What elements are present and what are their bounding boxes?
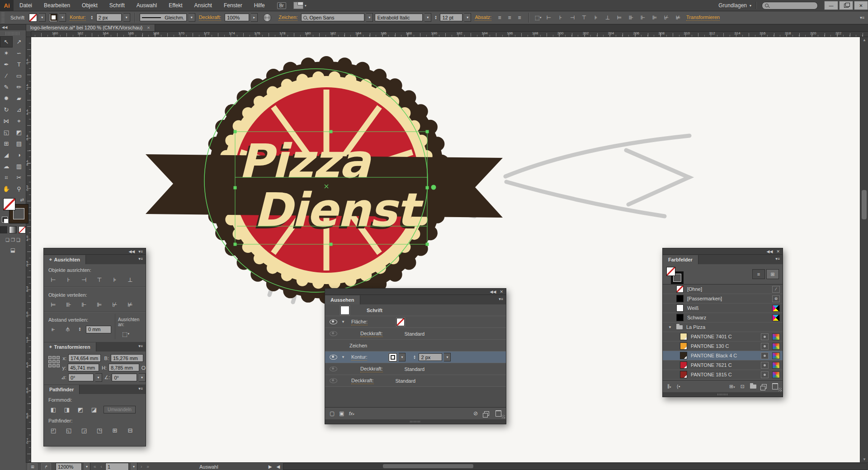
spot-icon[interactable] [761,333,769,340]
selection-tool[interactable]: ↖ [0,36,13,47]
kontur-link[interactable]: Kontur: [70,14,85,21]
menu-item-objekt[interactable]: Objekt [76,0,104,11]
type-tool[interactable]: T [13,59,25,70]
rotate-value-field[interactable]: 0° [68,374,94,381]
swatch-color[interactable] [680,352,687,359]
artboard-options-icon[interactable]: ⊞ [28,463,38,470]
colors-icon[interactable] [772,362,780,369]
show-swatch-kinds-icon[interactable]: ⊞▾ [729,384,735,389]
eye-icon[interactable] [330,331,337,336]
eyedropper-tool[interactable]: ◢ [0,149,13,161]
height-value-field[interactable]: 8,785 mm [108,364,139,371]
menu-item-schrift[interactable]: Schrift [104,0,131,11]
aussehen-row[interactable]: Deckkraft:Standard [325,363,506,375]
vertical-scroll-thumb[interactable] [862,190,867,219]
stroke-swatch[interactable] [389,353,397,361]
minimize-button[interactable]: — [824,1,838,10]
first-artboard-icon[interactable]: « [92,464,98,469]
aussehen-row[interactable]: Zeichen [325,340,506,351]
distribute-left-icon[interactable]: ⊫ [94,299,105,310]
color-themes-icon[interactable]: ⟨• [677,384,680,389]
swatch-color[interactable] [676,295,684,302]
font-style-dropdown[interactable]: Extrabold Italic [375,14,423,21]
panel-menu-icon[interactable]: ▾≡ [138,344,143,348]
kontur-link[interactable]: Kontur: [351,354,367,361]
font-style-arrow[interactable]: ▾ [425,13,431,22]
align-top-icon[interactable]: ⊤ [94,274,105,285]
restore-button[interactable] [839,1,853,10]
color-group-row[interactable]: ▼La Pizza [663,323,783,332]
kontur-width-arrow[interactable]: ▾ [444,353,451,361]
rectangle-tool[interactable]: ▭ [13,70,25,81]
recolor-artwork-icon[interactable] [263,14,271,22]
cmyk-icon[interactable] [772,314,780,321]
scroll-up-icon[interactable]: ▲ [860,37,868,43]
align-hcenter-icon[interactable]: ⊦ [63,274,75,285]
shear-arrow[interactable]: ▾ [139,373,146,382]
blend-tool[interactable]: ◑ [13,149,25,161]
distribute-bottom-icon[interactable]: ⊩ [638,14,647,22]
search-input[interactable] [762,2,818,9]
x-value-field[interactable]: 174,654 mm [68,354,101,362]
align-hcenter-icon[interactable]: ⊦ [556,14,565,22]
distribute-vspace-icon[interactable]: ⫦ [47,324,59,335]
align-vcenter-icon[interactable]: ⊧ [591,14,600,22]
panel-menu-icon[interactable]: ▾≡ [138,249,143,254]
panel-drag-handle[interactable] [663,392,783,397]
vertical-ruler[interactable]: 40424446485052545658606264666870 [26,37,31,462]
menu-item-datei[interactable]: Datei [14,0,38,11]
export-icon[interactable]: ↱ [41,463,51,470]
kontur-width-field[interactable]: 2 px [419,353,442,361]
eye-icon[interactable] [330,319,337,324]
deckkraft-link[interactable]: Deckkraft: [199,14,222,21]
menu-item-effekt[interactable]: Effekt [163,0,188,11]
vertical-scrollbar[interactable]: ▲ ▼ [860,37,868,462]
default-fill-stroke-icon[interactable] [2,217,8,223]
app-logo[interactable]: Ai [0,0,14,11]
visibility-toggle[interactable] [328,319,339,324]
zoom-level-field[interactable]: 1200% [56,463,82,470]
swatch-row[interactable]: PANTONE 130 C [663,342,783,351]
swatch-color[interactable] [676,314,684,321]
swatch-color[interactable] [680,342,687,350]
swatch-row[interactable]: Schwarz [663,313,783,323]
y-value-field[interactable]: 45,741 mm [68,364,99,371]
fill-stroke-proxy[interactable] [666,267,682,281]
add-effect-icon[interactable]: fx▾ [349,411,354,416]
exclude-icon[interactable]: ◪ [88,404,100,415]
menu-item-bearbeiten[interactable]: Bearbeiten [38,0,76,11]
rotate-arrow[interactable]: ▾ [95,373,102,382]
visibility-toggle[interactable] [328,378,339,383]
expand-icon[interactable]: ▼ [340,355,346,359]
add-new-fill-icon[interactable]: ▣ [339,410,344,417]
artboard-tool[interactable]: ⌗ [0,172,13,183]
grid-view-button[interactable]: ⊞ [766,269,779,279]
zoom-tool[interactable]: ⚲ [13,183,25,195]
distribute-right-icon[interactable]: ⊭ [124,299,136,310]
fill-swatch[interactable] [29,14,37,22]
reference-point-selector[interactable] [48,356,60,367]
cmyk-icon[interactable] [772,305,780,312]
align-right-icon[interactable]: ⊣ [568,14,577,22]
artboard-number-arrow[interactable]: ▾ [131,462,137,470]
bridge-button[interactable]: Br [277,2,286,9]
intersect-icon[interactable]: ◩ [75,404,86,415]
close-panel-icon[interactable]: ✕ [500,290,503,294]
kontur-stepper[interactable]: ▲▼ [90,14,94,21]
new-color-group-icon[interactable] [750,385,756,389]
distribute-hcenter-icon[interactable]: ⊬ [109,299,121,310]
new-swatch-icon[interactable] [762,384,767,389]
outline-icon[interactable]: ⊞ [109,425,121,436]
aussehen-row[interactable]: Deckkraft:Standard [325,328,506,340]
stroke-dropdown[interactable]: ▾ [59,13,66,22]
align-vcenter-icon[interactable]: ⊧ [109,274,121,285]
visibility-toggle[interactable] [328,366,339,371]
draw-behind-icon[interactable]: ❐ [11,237,15,242]
paragraph-align-right-icon[interactable]: ≡ [515,14,524,22]
swatch-libraries-icon[interactable]: ⫼▾ [667,384,671,389]
align-left-icon[interactable]: ⊢ [544,14,553,22]
direct-selection-tool[interactable]: ↗ [13,36,25,47]
tab-ausrichten[interactable]: ⬥Ausrichten [44,255,86,264]
aussehen-row[interactable]: ▼Kontur:▾▲▼2 px▾ [325,351,506,363]
spot-icon[interactable] [761,352,769,359]
